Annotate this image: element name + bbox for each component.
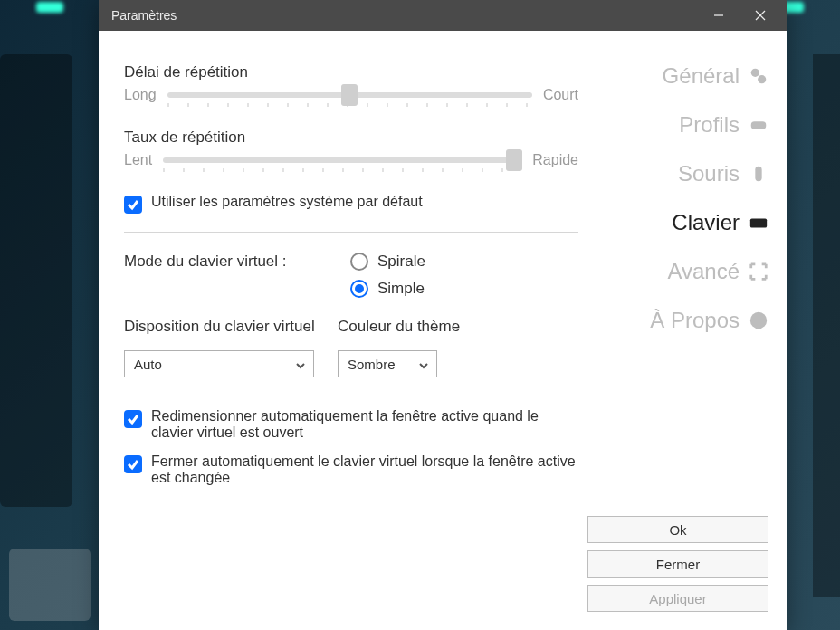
vk-layout-value: Auto [134, 357, 162, 372]
repeat-delay-min: Long [124, 87, 157, 103]
svg-rect-7 [750, 218, 767, 227]
window-title: Paramètres [111, 8, 177, 23]
vk-layout-label: Disposition du clavier virtuel [124, 318, 314, 336]
repeat-rate-min: Lent [124, 152, 152, 168]
check-icon [124, 196, 142, 214]
resize-when-open-label: Redimensionner automatiquement la fenêtr… [151, 408, 578, 441]
close-on-window-change-label: Fermer automatiquement le clavier virtue… [151, 453, 578, 486]
nav-about-label: À Propos [650, 308, 740, 333]
nav-advanced-label: Avancé [667, 259, 740, 284]
nav-general[interactable]: Général [663, 63, 768, 89]
settings-nav: Général Profils Souris [587, 63, 768, 333]
gears-icon [749, 66, 768, 86]
vk-mode-label: Mode du clavier virtuel : [124, 253, 350, 271]
nav-mouse-label: Souris [678, 161, 740, 186]
close-dialog-button[interactable]: Fermer [587, 550, 768, 578]
mouse-icon [749, 164, 768, 184]
repeat-rate-label: Taux de répétition [124, 129, 578, 147]
use-system-defaults-checkbox[interactable]: Utiliser les paramètres système par défa… [124, 194, 578, 214]
vk-mode-spiral[interactable]: Spirale [350, 253, 425, 271]
nav-about[interactable]: À Propos [650, 308, 768, 333]
nav-keyboard-label: Clavier [672, 210, 740, 235]
vk-layout-select[interactable]: Auto [124, 350, 314, 377]
nav-keyboard[interactable]: Clavier [672, 210, 768, 235]
close-button[interactable] [740, 0, 781, 31]
keyboard-icon [749, 213, 768, 233]
close-on-window-change-checkbox[interactable]: Fermer automatiquement le clavier virtue… [124, 453, 578, 486]
theme-color-value: Sombre [348, 357, 396, 372]
theme-color-label: Couleur du thème [338, 318, 437, 336]
nav-profiles[interactable]: Profils [679, 112, 768, 138]
nav-advanced[interactable]: Avancé [667, 259, 768, 284]
radio-icon [350, 253, 368, 271]
vk-mode-simple-label: Simple [377, 280, 425, 298]
radio-icon [350, 280, 368, 298]
minimize-button[interactable] [698, 0, 740, 31]
repeat-delay-slider[interactable]: Long Court [124, 87, 578, 103]
chevron-down-icon [418, 358, 429, 369]
nav-profiles-label: Profils [679, 112, 740, 138]
vk-mode-spiral-label: Spirale [377, 253, 425, 271]
repeat-delay-label: Délai de répétition [124, 63, 578, 81]
svg-point-4 [758, 75, 766, 83]
repeat-rate-slider[interactable]: Lent Rapide [124, 152, 578, 168]
ok-button[interactable]: Ok [587, 516, 768, 543]
divider [124, 232, 578, 233]
expand-icon [749, 262, 768, 282]
use-system-defaults-label: Utiliser les paramètres système par défa… [151, 194, 423, 210]
info-icon [749, 310, 768, 330]
settings-window: Paramètres Délai de répétition Long Cour… [99, 0, 787, 630]
nav-mouse[interactable]: Souris [678, 161, 768, 186]
gamepad-icon [749, 115, 768, 135]
svg-point-8 [750, 312, 767, 329]
nav-general-label: Général [663, 63, 740, 89]
apply-button[interactable]: Appliquer [587, 585, 768, 612]
repeat-rate-max: Rapide [532, 152, 578, 168]
resize-when-open-checkbox[interactable]: Redimensionner automatiquement la fenêtr… [124, 408, 578, 441]
svg-rect-6 [755, 167, 761, 182]
check-icon [124, 455, 142, 473]
svg-rect-5 [751, 121, 767, 129]
svg-point-3 [751, 69, 759, 77]
vk-mode-simple[interactable]: Simple [350, 280, 425, 298]
chevron-down-icon [295, 358, 306, 369]
titlebar[interactable]: Paramètres [99, 0, 787, 31]
theme-color-select[interactable]: Sombre [338, 350, 437, 377]
repeat-delay-max: Court [543, 87, 578, 103]
check-icon [124, 410, 142, 428]
